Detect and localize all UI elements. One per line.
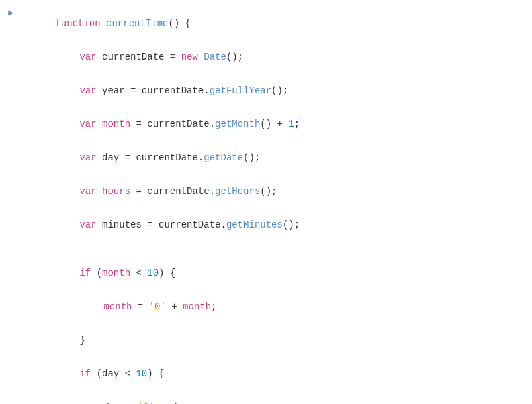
- line-content-4: var month = currentDate.getMonth() + 1;: [19, 108, 532, 140]
- code-line-7: var minutes = currentDate.getMinutes();: [0, 208, 532, 242]
- line-content-9: if (month < 10) {: [19, 257, 532, 289]
- line-content-10: month = '0' + month;: [19, 291, 532, 323]
- line-prefix-1: ▶: [0, 7, 19, 18]
- code-line-3: var year = currentDate.getFullYear();: [0, 74, 532, 107]
- code-container: ▶ function currentTime() { var currentDa…: [0, 0, 532, 404]
- line-content-12: if (day < 10) {: [19, 358, 532, 390]
- code-line-5: var day = currentDate.getDate();: [0, 141, 532, 174]
- code-line-9: if (month < 10) {: [0, 256, 532, 290]
- line-content-11: }: [19, 324, 532, 356]
- line-content-1: function currentTime() {: [19, 7, 532, 40]
- line-content-7: var minutes = currentDate.getMinutes();: [19, 209, 532, 241]
- line-content-6: var hours = currentDate.getHours();: [19, 175, 532, 207]
- code-line-2: var currentDate = new Date();: [0, 40, 532, 74]
- code-line-10: month = '0' + month;: [0, 290, 532, 323]
- code-line-8: [0, 242, 532, 256]
- code-line-12: if (day < 10) {: [0, 357, 532, 391]
- line-content-3: var year = currentDate.getFullYear();: [19, 74, 532, 107]
- code-line-6: var hours = currentDate.getHours();: [0, 174, 532, 208]
- code-line-13: day = '0' + day;: [0, 391, 532, 404]
- code-line-11: }: [0, 323, 532, 357]
- code-line-1: ▶ function currentTime() {: [0, 7, 532, 40]
- code-line-4: var month = currentDate.getMonth() + 1;: [0, 107, 532, 141]
- line-content-8: [19, 242, 532, 253]
- line-content-2: var currentDate = new Date();: [19, 41, 532, 73]
- line-content-13: day = '0' + day;: [19, 391, 532, 404]
- line-content-5: var day = currentDate.getDate();: [19, 142, 532, 174]
